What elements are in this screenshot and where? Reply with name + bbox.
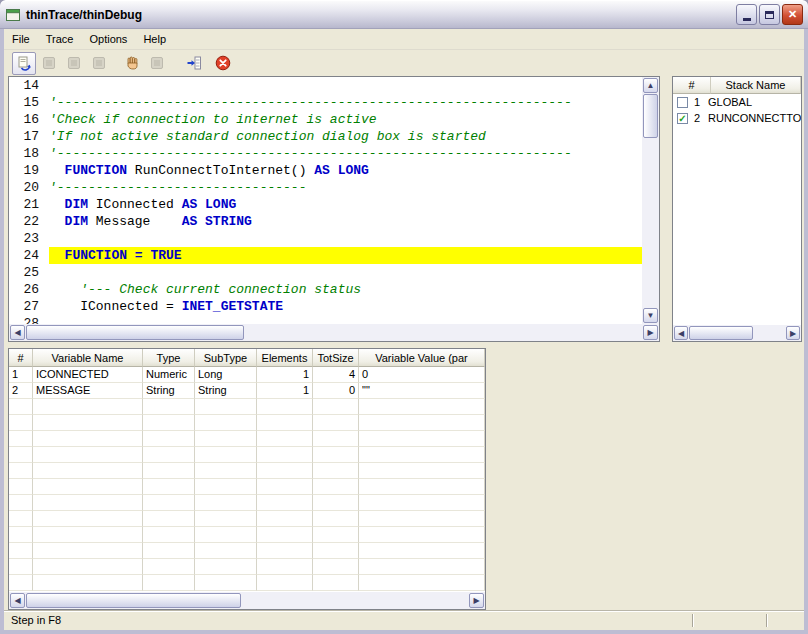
grid-cell — [359, 431, 485, 447]
disabled-button[interactable] — [145, 52, 169, 75]
grid-cell — [195, 447, 257, 463]
grid-cell — [143, 479, 195, 495]
step-into-button[interactable] — [182, 52, 206, 75]
stack-panel: # Stack Name 1GLOBAL✓2RUNCONNECTTOINT ◀ … — [672, 76, 802, 342]
variables-header-cell[interactable]: Variable Name — [33, 349, 143, 367]
scroll-down-button[interactable]: ▼ — [643, 308, 658, 323]
disabled-button[interactable] — [87, 52, 111, 75]
line-number[interactable]: 24 — [9, 247, 49, 264]
empty-grid-row — [9, 559, 485, 575]
menu-item-file[interactable]: File — [4, 30, 38, 48]
code-text: 'Check if connection to internet is acti… — [49, 111, 642, 128]
stack-header-name[interactable]: Stack Name — [711, 77, 801, 94]
menu-item-options[interactable]: Options — [81, 30, 135, 48]
code-line-17[interactable]: 17'If not active standard connection dia… — [9, 128, 642, 145]
grid-cell: 0 — [313, 383, 359, 399]
grid-cell — [313, 559, 359, 575]
variables-header-cell[interactable]: Variable Value (par — [359, 349, 485, 367]
line-number[interactable]: 22 — [9, 213, 49, 230]
grid-cell — [359, 543, 485, 559]
minimize-button[interactable] — [736, 4, 757, 25]
scroll-left-button[interactable]: ◀ — [10, 593, 25, 608]
line-number[interactable]: 19 — [9, 162, 49, 179]
line-number[interactable]: 28 — [9, 315, 49, 324]
variables-header-cell[interactable]: Elements — [257, 349, 313, 367]
code-line-22[interactable]: 22 DIM Message AS STRING — [9, 213, 642, 230]
hand-button[interactable] — [120, 52, 144, 75]
code-line-19[interactable]: 19 FUNCTION RunConnectToInternet() AS LO… — [9, 162, 642, 179]
grid-cell — [143, 431, 195, 447]
empty-grid-row — [9, 463, 485, 479]
variable-row[interactable]: 2MESSAGEStringString10"" — [9, 383, 485, 399]
line-number[interactable]: 23 — [9, 230, 49, 247]
grid-cell — [33, 527, 143, 543]
scroll-right-button[interactable]: ▶ — [643, 325, 658, 340]
stack-row[interactable]: ✓2RUNCONNECTTOINT — [673, 110, 801, 126]
code-text: '-------------------------------- — [49, 179, 642, 196]
code-line-25[interactable]: 25 — [9, 264, 642, 281]
code-line-14[interactable]: 14 — [9, 77, 642, 94]
disabled-icon — [149, 55, 165, 71]
line-number[interactable]: 26 — [9, 281, 49, 298]
horizontal-scroll-thumb[interactable] — [26, 593, 241, 608]
line-number[interactable]: 16 — [9, 111, 49, 128]
disabled-button[interactable] — [37, 52, 61, 75]
line-number[interactable]: 14 — [9, 77, 49, 94]
line-number[interactable]: 15 — [9, 94, 49, 111]
maximize-button[interactable] — [759, 4, 780, 25]
scroll-left-button[interactable]: ◀ — [674, 326, 688, 340]
vertical-scroll-thumb[interactable] — [643, 94, 658, 138]
variables-header-cell[interactable]: TotSize — [313, 349, 359, 367]
code-line-26[interactable]: 26 '--- Check current connection status — [9, 281, 642, 298]
line-number[interactable]: 17 — [9, 128, 49, 145]
line-number[interactable]: 27 — [9, 298, 49, 315]
code-line-20[interactable]: 20'-------------------------------- — [9, 179, 642, 196]
variables-header-cell[interactable]: Type — [143, 349, 195, 367]
scroll-up-button[interactable]: ▲ — [643, 78, 658, 93]
code-line-18[interactable]: 18'-------------------------------------… — [9, 145, 642, 162]
checkbox-checked[interactable]: ✓ — [677, 113, 688, 124]
code-line-28[interactable]: 28 — [9, 315, 642, 324]
stack-row[interactable]: 1GLOBAL — [673, 94, 801, 110]
disabled-icon — [91, 55, 107, 71]
code-line-27[interactable]: 27 IConnected = INET_GETSTATE — [9, 298, 642, 315]
grid-cell — [257, 463, 313, 479]
disabled-button[interactable] — [62, 52, 86, 75]
titlebar[interactable]: thinTrace/thinDebug ✕ — [0, 0, 808, 29]
code-line-16[interactable]: 16'Check if connection to internet is ac… — [9, 111, 642, 128]
close-button[interactable]: ✕ — [782, 4, 803, 25]
editor-vertical-scrollbar[interactable]: ▲ ▼ — [642, 77, 659, 324]
variables-header-cell[interactable]: # — [9, 349, 33, 367]
variable-row[interactable]: 1ICONNECTEDNumericLong140 — [9, 367, 485, 383]
scroll-right-button[interactable]: ▶ — [469, 593, 484, 608]
grid-cell: 1 — [257, 383, 313, 399]
grid-cell — [195, 399, 257, 415]
horizontal-scroll-thumb[interactable] — [689, 326, 753, 340]
variables-horizontal-scrollbar[interactable]: ◀ ▶ — [9, 592, 485, 609]
stack-header-number[interactable]: # — [673, 77, 711, 94]
horizontal-scroll-thumb[interactable] — [26, 325, 244, 340]
editor-horizontal-scrollbar[interactable]: ◀ ▶ — [9, 324, 659, 341]
grid-cell — [195, 559, 257, 575]
menu-item-trace[interactable]: Trace — [38, 30, 82, 48]
code-line-21[interactable]: 21 DIM IConnected AS LONG — [9, 196, 642, 213]
code-line-23[interactable]: 23 — [9, 230, 642, 247]
scroll-left-button[interactable]: ◀ — [10, 325, 25, 340]
grid-cell — [33, 559, 143, 575]
trace-refresh-button[interactable] — [12, 52, 36, 75]
stop-icon — [215, 55, 231, 71]
variables-header-cell[interactable]: SubType — [195, 349, 257, 367]
line-number[interactable]: 25 — [9, 264, 49, 281]
code-line-15[interactable]: 15'-------------------------------------… — [9, 94, 642, 111]
checkbox-unchecked[interactable] — [677, 97, 688, 108]
scroll-right-button[interactable]: ▶ — [786, 326, 800, 340]
code-view[interactable]: 1415'-----------------------------------… — [9, 77, 642, 324]
menu-item-help[interactable]: Help — [135, 30, 174, 48]
line-number[interactable]: 18 — [9, 145, 49, 162]
code-line-24[interactable]: 24 FUNCTION = TRUE — [9, 247, 642, 264]
line-number[interactable]: 21 — [9, 196, 49, 213]
line-number[interactable]: 20 — [9, 179, 49, 196]
stop-button[interactable] — [211, 52, 235, 75]
stack-horizontal-scrollbar[interactable]: ◀ ▶ — [673, 325, 801, 341]
grid-cell — [313, 543, 359, 559]
